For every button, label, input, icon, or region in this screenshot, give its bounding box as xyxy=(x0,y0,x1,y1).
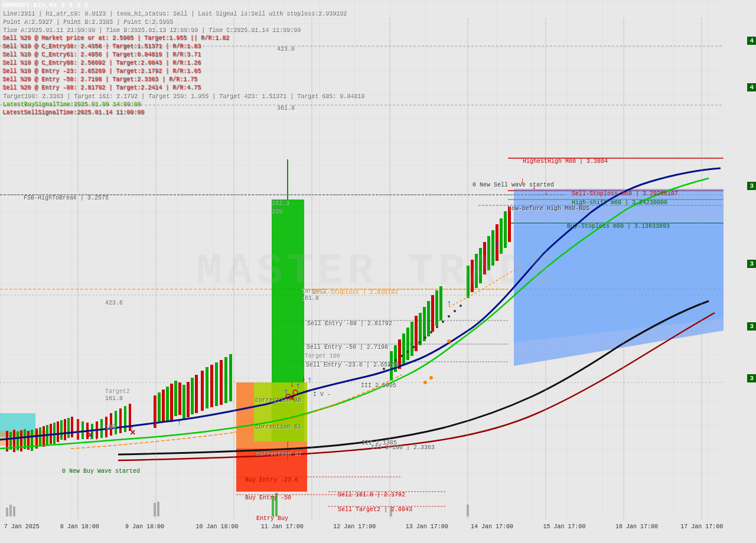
svg-rect-73 xyxy=(210,365,213,407)
svg-rect-71 xyxy=(201,371,204,411)
svg-rect-99 xyxy=(500,218,503,254)
svg-point-113 xyxy=(395,359,397,361)
svg-rect-54 xyxy=(105,417,107,437)
svg-rect-72 xyxy=(206,367,208,408)
x-label-10: 17 Jan 17:00 xyxy=(680,524,723,530)
scale-badge-4: 3 xyxy=(747,322,756,331)
svg-rect-77 xyxy=(229,354,232,401)
svg-point-114 xyxy=(400,355,403,357)
svg-rect-61 xyxy=(158,392,161,422)
svg-point-120 xyxy=(436,326,438,328)
svg-rect-25 xyxy=(254,382,307,441)
svg-point-124 xyxy=(460,305,462,307)
svg-rect-31 xyxy=(13,430,15,452)
svg-text:↓: ↓ xyxy=(301,374,306,383)
svg-point-125 xyxy=(423,381,427,384)
svg-rect-39 xyxy=(43,426,45,447)
svg-text:↓: ↓ xyxy=(289,380,294,389)
svg-rect-88 xyxy=(431,295,434,332)
scale-badge-1: 4 xyxy=(747,83,756,91)
svg-rect-64 xyxy=(170,384,173,422)
svg-rect-33 xyxy=(20,430,22,452)
svg-text:↑: ↑ xyxy=(295,381,300,391)
svg-rect-87 xyxy=(427,301,430,336)
x-axis: 7 Jan 20258 Jan 18:009 Jan 18:0010 Jan 1… xyxy=(0,521,756,532)
x-label-9: 16 Jan 17:00 xyxy=(615,524,658,530)
svg-rect-67 xyxy=(183,385,185,419)
chart-container: MASTER TRADE xyxy=(0,0,756,543)
svg-rect-58 xyxy=(124,406,126,432)
svg-rect-102 xyxy=(6,508,8,516)
svg-rect-81 xyxy=(402,333,405,364)
svg-point-119 xyxy=(430,331,432,333)
svg-rect-76 xyxy=(224,357,227,403)
svg-rect-78 xyxy=(390,351,393,381)
svg-text:↓: ↓ xyxy=(94,434,99,442)
svg-rect-108 xyxy=(157,502,159,516)
svg-rect-96 xyxy=(487,236,490,270)
svg-rect-45 xyxy=(64,419,66,440)
svg-rect-62 xyxy=(162,390,165,422)
svg-rect-66 xyxy=(178,382,181,415)
svg-rect-93 xyxy=(475,254,478,288)
scale-badge-2: 3 xyxy=(747,182,756,190)
svg-rect-109 xyxy=(390,506,392,516)
x-label-2: 9 Jan 18:00 xyxy=(125,524,164,530)
svg-rect-69 xyxy=(191,378,194,414)
svg-text:↓: ↓ xyxy=(59,431,63,439)
svg-rect-47 xyxy=(71,417,73,437)
svg-rect-104 xyxy=(13,506,15,516)
svg-rect-57 xyxy=(119,408,122,433)
svg-rect-91 xyxy=(467,266,470,298)
x-label-7: 14 Jan 17:00 xyxy=(471,524,513,530)
scale-badge-0: 4 xyxy=(747,37,756,45)
svg-point-126 xyxy=(429,376,433,380)
svg-text:↑: ↑ xyxy=(447,299,451,308)
svg-text:×: × xyxy=(130,428,136,439)
right-scale: 443333 xyxy=(724,0,756,543)
svg-point-115 xyxy=(406,351,409,353)
svg-rect-89 xyxy=(435,290,438,326)
svg-point-122 xyxy=(448,315,450,318)
svg-rect-38 xyxy=(39,427,41,446)
svg-rect-63 xyxy=(166,387,169,422)
svg-point-127 xyxy=(447,339,451,343)
x-label-8: 15 Jan 17:00 xyxy=(543,524,585,530)
svg-rect-92 xyxy=(471,260,474,292)
svg-rect-85 xyxy=(419,313,422,345)
scale-badge-3: 3 xyxy=(747,260,756,268)
svg-rect-84 xyxy=(415,316,418,351)
svg-rect-94 xyxy=(479,248,482,283)
svg-rect-103 xyxy=(9,505,12,516)
svg-rect-90 xyxy=(439,286,442,320)
svg-point-116 xyxy=(412,346,415,348)
svg-text:×: × xyxy=(87,430,93,441)
svg-point-118 xyxy=(424,336,426,339)
x-label-3: 10 Jan 18:00 xyxy=(195,524,238,530)
svg-rect-55 xyxy=(110,413,112,436)
svg-rect-82 xyxy=(406,328,409,360)
svg-text:↑: ↑ xyxy=(494,240,498,249)
svg-rect-70 xyxy=(195,375,198,413)
chart-svg: ↑ ↑ ↑ ↑ ↑ ↑ ↑ ↑ ↓ ↓ ↓ ↓ ↓ ↓ ↓ × × × xyxy=(0,0,756,543)
svg-rect-105 xyxy=(272,496,274,516)
x-label-6: 13 Jan 17:00 xyxy=(406,524,448,530)
svg-text:↓: ↓ xyxy=(532,182,536,191)
svg-rect-42 xyxy=(53,423,56,444)
svg-rect-56 xyxy=(115,411,117,434)
svg-rect-95 xyxy=(483,242,486,274)
svg-rect-46 xyxy=(67,418,70,438)
svg-rect-49 xyxy=(82,421,84,439)
svg-rect-65 xyxy=(174,381,177,416)
svg-point-121 xyxy=(442,320,444,323)
svg-text:↓: ↓ xyxy=(520,176,524,185)
scale-badge-5: 3 xyxy=(747,374,756,382)
svg-rect-68 xyxy=(187,382,190,417)
x-label-0: 7 Jan 2025 xyxy=(4,524,40,530)
x-label-5: 12 Jan 17:00 xyxy=(333,524,376,530)
svg-rect-75 xyxy=(220,360,223,405)
svg-text:↑: ↑ xyxy=(307,375,312,385)
svg-rect-100 xyxy=(504,211,507,248)
svg-rect-74 xyxy=(215,362,218,406)
x-label-4: 11 Jan 17:00 xyxy=(261,524,304,530)
